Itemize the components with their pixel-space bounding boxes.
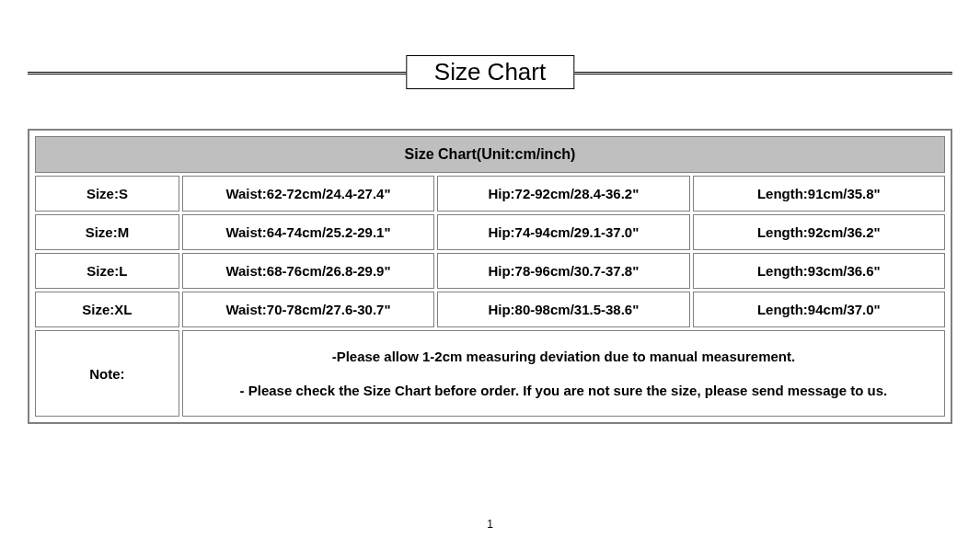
- table-wrapper: Size Chart(Unit:cm/inch) Size:S Waist:62…: [28, 129, 952, 424]
- waist-cell: Waist:68-76cm/26.8-29.9": [182, 253, 434, 289]
- note-line: -Please allow 1-2cm measuring deviation …: [190, 344, 937, 369]
- table-row: Size:L Waist:68-76cm/26.8-29.9" Hip:78-9…: [35, 253, 945, 289]
- table-row: Size:M Waist:64-74cm/25.2-29.1" Hip:74-9…: [35, 214, 945, 250]
- table-row: Size:S Waist:62-72cm/24.4-27.4" Hip:72-9…: [35, 176, 945, 212]
- hip-cell: Hip:72-92cm/28.4-36.2": [437, 176, 689, 212]
- waist-cell: Waist:62-72cm/24.4-27.4": [182, 176, 434, 212]
- length-cell: Length:94cm/37.0": [693, 292, 945, 327]
- waist-cell: Waist:70-78cm/27.6-30.7": [182, 292, 434, 327]
- length-cell: Length:91cm/35.8": [693, 176, 945, 212]
- size-cell: Size:L: [35, 253, 179, 289]
- page-title: Size Chart: [406, 55, 574, 89]
- size-cell: Size:XL: [35, 292, 179, 327]
- page-container: Size Chart Size Chart(Unit:cm/inch) Size…: [0, 0, 980, 538]
- size-cell: Size:M: [35, 214, 179, 250]
- table-header: Size Chart(Unit:cm/inch): [35, 136, 945, 173]
- note-row: Note: -Please allow 1-2cm measuring devi…: [35, 330, 945, 417]
- note-text: -Please allow 1-2cm measuring deviation …: [182, 330, 945, 417]
- page-number: 1: [0, 518, 980, 531]
- length-cell: Length:93cm/36.6": [693, 253, 945, 289]
- hip-cell: Hip:78-96cm/30.7-37.8": [437, 253, 689, 289]
- size-cell: Size:S: [35, 176, 179, 212]
- header: Size Chart: [28, 46, 952, 101]
- size-chart-table: Size Chart(Unit:cm/inch) Size:S Waist:62…: [32, 133, 948, 419]
- length-cell: Length:92cm/36.2": [693, 214, 945, 250]
- note-line: - Please check the Size Chart before ord…: [190, 378, 937, 403]
- hip-cell: Hip:80-98cm/31.5-38.6": [437, 292, 689, 327]
- table-header-row: Size Chart(Unit:cm/inch): [35, 136, 945, 173]
- table-row: Size:XL Waist:70-78cm/27.6-30.7" Hip:80-…: [35, 292, 945, 327]
- hip-cell: Hip:74-94cm/29.1-37.0": [437, 214, 689, 250]
- waist-cell: Waist:64-74cm/25.2-29.1": [182, 214, 434, 250]
- note-label: Note:: [35, 330, 179, 417]
